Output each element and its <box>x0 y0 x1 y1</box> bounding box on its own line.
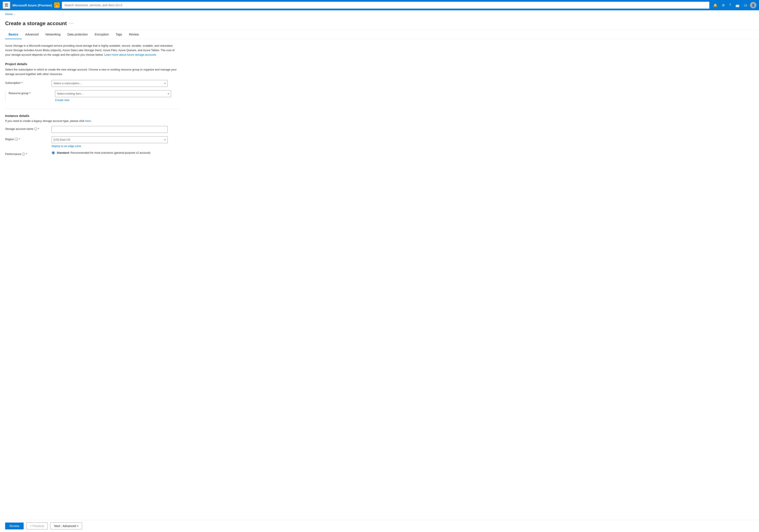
resource-group-control: Select existing item... ∨ Create new <box>55 90 180 102</box>
tab-basics[interactable]: Basics <box>5 30 22 39</box>
subscription-field-row: Subscription * Select a subscription... … <box>5 80 180 87</box>
region-required: * <box>19 138 20 141</box>
subscription-dropdown-value: Select a subscription... <box>54 82 82 85</box>
performance-field-row: Performance i * Standard: Recommended fo… <box>5 151 180 156</box>
performance-info-icon[interactable]: i <box>22 153 25 156</box>
directory-icon-button[interactable]: 🗂 <box>742 2 749 8</box>
region-label: Region i * <box>5 136 48 141</box>
main-content: Azure Storage is a Microsoft-managed ser… <box>0 39 185 180</box>
page-header: Create a storage account ··· <box>0 18 759 30</box>
storage-name-control <box>52 126 180 133</box>
performance-standard-label[interactable]: Standard: Recommended for most scenarios… <box>57 151 150 154</box>
performance-control: Standard: Recommended for most scenarios… <box>52 151 180 156</box>
hamburger-menu-button[interactable]: ☰ <box>3 2 10 9</box>
storage-name-field-row: Storage account name i * <box>5 126 180 133</box>
create-new-link[interactable]: Create new <box>55 99 180 102</box>
performance-label: Performance i * <box>5 151 48 156</box>
subscription-control: Select a subscription... ∨ <box>52 80 180 87</box>
tab-tags[interactable]: Tags <box>112 30 126 39</box>
help-icon-button[interactable]: ? <box>727 2 733 8</box>
learn-more-link[interactable]: Learn more about Azure storage accounts <box>104 53 156 56</box>
tab-encryption[interactable]: Encryption <box>91 30 112 39</box>
instance-details-section: Instance details If you need to create a… <box>5 114 180 156</box>
subscription-required: * <box>21 81 22 85</box>
project-details-section: Project details Select the subscription … <box>5 62 180 102</box>
region-field-row: Region i * (US) East US ∨ Deploy to an e… <box>5 136 180 148</box>
resource-group-field-row: Resource group * Select existing item...… <box>5 90 180 102</box>
performance-standard-radio[interactable] <box>52 151 55 154</box>
resource-group-label: Resource group * <box>9 90 52 95</box>
breadcrumb-separator: › <box>14 13 15 16</box>
tab-advanced[interactable]: Advanced <box>22 30 42 39</box>
region-info-icon[interactable]: i <box>15 138 18 141</box>
storage-name-label: Storage account name i * <box>5 126 48 131</box>
resource-group-dropdown[interactable]: Select existing item... ∨ <box>55 90 171 97</box>
topbar: ☰ Microsoft Azure (Preview) 🔥 🔔 ⚙ ? 📩 🗂 … <box>0 0 759 10</box>
region-dropdown[interactable]: (US) East US ∨ <box>52 136 168 143</box>
resource-group-dropdown-value: Select existing item... <box>57 92 83 95</box>
resource-group-required: * <box>29 92 30 95</box>
tab-review[interactable]: Review <box>126 30 142 39</box>
region-dropdown-arrow: ∨ <box>164 139 166 141</box>
storage-name-required: * <box>38 127 39 131</box>
legacy-link[interactable]: here <box>85 119 91 123</box>
page-title: Create a storage account <box>5 20 67 26</box>
storage-name-info-icon[interactable]: i <box>34 128 37 131</box>
badge-icon: 🔥 <box>55 3 59 7</box>
project-details-desc: Select the subscription in which to crea… <box>5 67 180 76</box>
more-options-icon[interactable]: ··· <box>69 21 74 26</box>
legacy-text: If you need to create a legacy storage a… <box>5 119 180 123</box>
divider-1 <box>5 108 180 109</box>
resource-group-dropdown-arrow: ∨ <box>168 93 169 95</box>
search-input[interactable] <box>62 2 709 9</box>
region-control: (US) East US ∨ Deploy to an edge zone <box>52 136 180 148</box>
notifications-icon-button[interactable]: 🔔 <box>711 2 719 9</box>
user-avatar[interactable]: 👤 <box>750 2 756 8</box>
instance-details-title: Instance details <box>5 114 180 118</box>
settings-icon-button[interactable]: ⚙ <box>720 2 727 9</box>
subscription-dropdown-arrow: ∨ <box>164 82 166 84</box>
subscription-label: Subscription * <box>5 80 48 85</box>
tab-networking[interactable]: Networking <box>42 30 64 39</box>
tab-data-protection[interactable]: Data protection <box>64 30 91 39</box>
tabs-nav: Basics Advanced Networking Data protecti… <box>0 30 759 39</box>
deploy-edge-link[interactable]: Deploy to an edge zone <box>52 144 180 148</box>
subscription-dropdown[interactable]: Select a subscription... ∨ <box>52 80 168 87</box>
performance-required: * <box>26 152 27 156</box>
preview-badge: 🔥 <box>54 2 60 8</box>
storage-name-input[interactable] <box>52 126 168 133</box>
hamburger-icon: ☰ <box>5 3 8 7</box>
project-details-title: Project details <box>5 62 180 66</box>
topbar-icons: 🔔 ⚙ ? 📩 🗂 👤 <box>711 2 756 9</box>
breadcrumb: Home › <box>0 10 759 18</box>
breadcrumb-home-link[interactable]: Home <box>5 13 13 16</box>
performance-standard-option: Standard: Recommended for most scenarios… <box>52 151 180 154</box>
description-block: Azure Storage is a Microsoft-managed ser… <box>5 44 180 57</box>
app-logo: Microsoft Azure (Preview) <box>13 3 52 7</box>
region-dropdown-value: (US) East US <box>54 138 70 141</box>
feedback-icon-button[interactable]: 📩 <box>734 2 741 9</box>
